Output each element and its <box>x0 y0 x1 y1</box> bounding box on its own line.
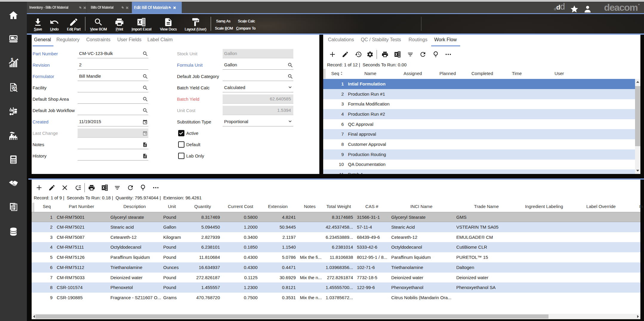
svg-text:$: $ <box>11 58 13 62</box>
svg-text:$: $ <box>14 87 16 91</box>
